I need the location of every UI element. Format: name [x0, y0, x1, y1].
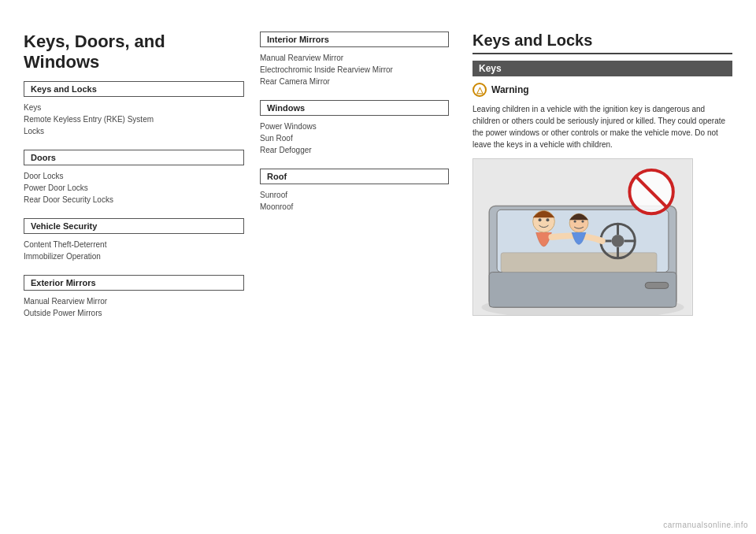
right-column-title: Keys and Locks	[472, 32, 732, 54]
warning-block: △ Warning	[472, 83, 732, 97]
svg-point-14	[539, 218, 542, 221]
windows-text: Power Windows Sun Roof Rear Defogger	[260, 121, 449, 156]
windows-bar: Windows	[260, 100, 449, 116]
middle-column: Interior Mirrors Manual Rearview Mirror …	[260, 32, 465, 510]
keys-locks-bar: Keys and Locks	[24, 81, 244, 97]
roof-bar: Roof	[260, 169, 449, 184]
svg-point-8	[612, 235, 624, 247]
main-title: Keys, Doors, and Windows	[24, 32, 244, 73]
vehicle-security-bar: Vehicle Security	[24, 218, 244, 234]
keys-locks-text: Keys Remote Keyless Entry (RKE) System L…	[24, 102, 244, 137]
vehicle-security-section: Vehicle Security Content Theft-Deterrent…	[24, 218, 244, 262]
svg-rect-6	[501, 253, 657, 273]
car-illustration	[473, 159, 692, 315]
left-column: Keys, Doors, and Windows Keys and Locks …	[24, 32, 260, 510]
doors-bar: Doors	[24, 150, 244, 165]
svg-point-17	[574, 221, 576, 223]
exterior-mirrors-bar: Exterior Mirrors	[24, 275, 244, 291]
warning-label: Warning	[491, 84, 529, 95]
interior-mirrors-text: Manual Rearview Mirror Electrochromic In…	[260, 52, 449, 87]
page-container: Keys, Doors, and Windows Keys and Locks …	[0, 0, 756, 534]
doors-section: Doors Door Locks Power Door Locks Rear D…	[24, 150, 244, 206]
windows-section: Windows Power Windows Sun Roof Rear Defo…	[260, 100, 449, 156]
warning-icon: △	[472, 83, 487, 97]
svg-point-15	[546, 218, 549, 221]
doors-text: Door Locks Power Door Locks Rear Door Se…	[24, 170, 244, 206]
exterior-mirrors-text: Manual Rearview Mirror Outside Power Mir…	[24, 295, 244, 319]
interior-mirrors-bar: Interior Mirrors	[260, 32, 449, 47]
roof-section: Roof Sunroof Moonroof	[260, 169, 449, 213]
vehicle-security-text: Content Theft-Deterrent Immobilizer Oper…	[24, 239, 244, 262]
watermark: carmanualsonline.info	[663, 521, 748, 529]
svg-rect-4	[489, 273, 676, 308]
interior-mirrors-section: Interior Mirrors Manual Rearview Mirror …	[260, 32, 449, 87]
keys-locks-section: Keys and Locks Keys Remote Keyless Entry…	[24, 81, 244, 137]
exterior-mirrors-section: Exterior Mirrors Manual Rearview Mirror …	[24, 275, 244, 319]
svg-point-18	[582, 221, 584, 223]
warning-text: Leaving children in a vehicle with the i…	[472, 103, 732, 150]
keys-bar: Keys	[472, 61, 732, 76]
svg-rect-5	[645, 282, 669, 288]
roof-text: Sunroof Moonroof	[260, 189, 449, 213]
car-image-container	[472, 158, 693, 316]
right-column: Keys and Locks Keys △ Warning Leaving ch…	[465, 32, 732, 510]
